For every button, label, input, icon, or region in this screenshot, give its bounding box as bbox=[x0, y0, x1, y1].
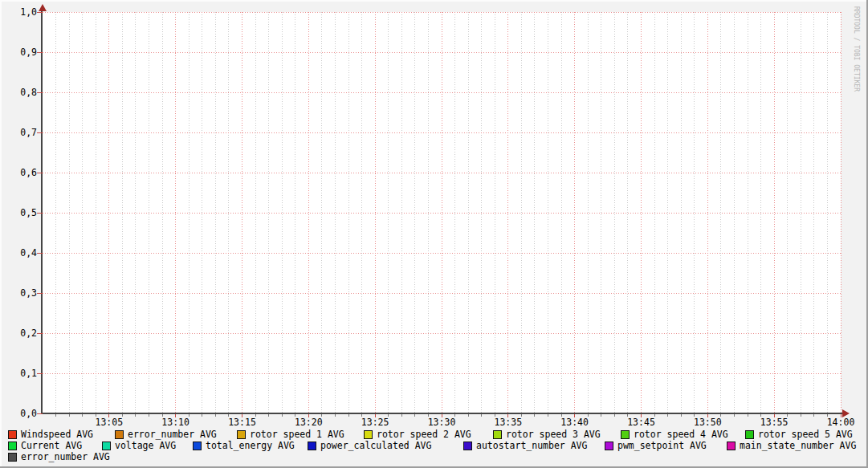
legend-item: main_state_number AVG bbox=[727, 441, 856, 450]
legend-label: rotor speed 1 AVG bbox=[250, 429, 344, 439]
legend-label: rotor speed 4 AVG bbox=[634, 429, 728, 439]
y-tick-label: 0,1 bbox=[0, 368, 37, 378]
legend-swatch bbox=[463, 442, 472, 450]
legend-swatch bbox=[8, 442, 17, 450]
x-tick-minor bbox=[335, 414, 336, 417]
x-tick-minor bbox=[69, 414, 70, 417]
legend-swatch bbox=[727, 442, 736, 450]
x-tick-label: 14:00 bbox=[827, 417, 855, 427]
grid-hline-major bbox=[43, 52, 841, 53]
legend-item: Current AVG bbox=[8, 441, 82, 450]
y-tick-major bbox=[37, 413, 43, 414]
y-tick-label: 0,3 bbox=[0, 288, 37, 298]
y-tick-label: 0,2 bbox=[0, 328, 37, 338]
x-tick-label: 13:05 bbox=[96, 417, 124, 427]
legend-item: Windspeed AVG bbox=[8, 429, 93, 439]
x-tick-minor bbox=[748, 414, 748, 417]
y-tick-major bbox=[37, 373, 43, 374]
y-tick-label: 1,0 bbox=[0, 7, 37, 17]
grid-hline-major bbox=[43, 333, 841, 334]
legend-item: pwm_setpoint AVG bbox=[605, 441, 707, 450]
x-tick-minor bbox=[681, 414, 682, 417]
grid-hline-major bbox=[43, 132, 841, 133]
legend-label: pwm_setpoint AVG bbox=[617, 441, 707, 450]
legend-item: rotor speed 2 AVG bbox=[364, 429, 471, 439]
grid-hline-major bbox=[43, 173, 841, 173]
y-axis-arrow-icon bbox=[39, 4, 47, 11]
x-tick-minor bbox=[601, 414, 601, 417]
y-tick-major bbox=[37, 253, 43, 254]
legend-swatch bbox=[605, 442, 613, 450]
x-tick-minor bbox=[55, 414, 56, 417]
legend-swatch bbox=[364, 430, 373, 439]
x-tick-minor bbox=[481, 414, 482, 417]
x-tick-minor bbox=[135, 414, 136, 417]
x-tick-minor bbox=[282, 414, 283, 417]
legend-label: error_number AVG bbox=[21, 452, 110, 462]
grid-hline-major bbox=[43, 373, 841, 374]
x-tick-label: 13:30 bbox=[428, 417, 456, 427]
x-tick-minor bbox=[202, 414, 202, 417]
legend-swatch bbox=[115, 430, 124, 439]
x-tick-label: 13:35 bbox=[495, 417, 523, 427]
legend-swatch bbox=[102, 442, 111, 450]
y-tick-label: 0,6 bbox=[0, 168, 37, 177]
x-tick-label: 13:40 bbox=[560, 417, 589, 427]
y-tick-major bbox=[37, 52, 43, 53]
x-tick-minor bbox=[149, 414, 149, 417]
x-tick-minor bbox=[268, 414, 269, 417]
y-tick-major bbox=[37, 333, 43, 334]
x-tick-label: 13:20 bbox=[295, 417, 323, 427]
x-tick-minor bbox=[667, 414, 668, 417]
y-tick-label: 0,7 bbox=[0, 128, 37, 137]
grid-hline-major bbox=[43, 12, 841, 13]
legend-label: voltage AVG bbox=[115, 441, 176, 450]
plot-area bbox=[43, 12, 841, 413]
y-tick-label: 0,5 bbox=[0, 208, 37, 218]
legend-item: voltage AVG bbox=[102, 441, 176, 450]
x-tick-label: 13:25 bbox=[361, 417, 389, 427]
y-tick-major bbox=[37, 12, 43, 13]
x-tick-label: 13:10 bbox=[161, 417, 189, 427]
legend-swatch bbox=[8, 453, 17, 462]
y-tick-major bbox=[37, 173, 43, 173]
legend-item: error_number AVG bbox=[8, 452, 110, 462]
legend-label: Current AVG bbox=[21, 441, 82, 450]
legend-swatch bbox=[308, 442, 316, 450]
legend-swatch bbox=[8, 430, 17, 439]
legend-item: rotor speed 3 AVG bbox=[493, 429, 601, 439]
grid-hline-major bbox=[43, 293, 841, 294]
legend-swatch bbox=[237, 430, 246, 439]
x-tick-minor bbox=[734, 414, 735, 417]
x-tick-label: 13:45 bbox=[627, 417, 655, 427]
legend-item: total_energy AVG bbox=[193, 441, 295, 450]
legend-label: power_calculated AVG bbox=[320, 441, 431, 450]
legend-swatch bbox=[745, 430, 754, 439]
legend-label: rotor speed 2 AVG bbox=[377, 429, 471, 439]
image-border-top bbox=[0, 0, 868, 2]
legend-item: autostart_number AVG bbox=[463, 441, 587, 450]
y-tick-major bbox=[37, 293, 43, 294]
y-tick-label: 0,0 bbox=[0, 409, 37, 418]
x-tick-label: 13:15 bbox=[228, 417, 256, 427]
rrdtool-graph: RRDTOOL / TOBI OETIKER Windspeed AVG err… bbox=[0, 0, 868, 468]
y-tick-major bbox=[37, 92, 43, 93]
legend-label: main_state_number AVG bbox=[740, 441, 856, 450]
legend-swatch bbox=[193, 442, 202, 450]
x-tick-label: 13:50 bbox=[694, 417, 722, 427]
x-tick-minor bbox=[534, 414, 535, 417]
watermark: RRDTOOL / TOBI OETIKER bbox=[853, 6, 860, 92]
x-tick-minor bbox=[801, 414, 801, 417]
legend-label: Windspeed AVG bbox=[21, 429, 93, 439]
grid-hline-major bbox=[43, 213, 841, 214]
x-tick-minor bbox=[414, 414, 415, 417]
x-tick-label: 13:55 bbox=[760, 417, 789, 427]
grid-hline-major bbox=[43, 92, 841, 93]
y-tick-major bbox=[37, 213, 43, 214]
y-tick-label: 0,9 bbox=[0, 47, 37, 57]
legend-label: error_number AVG bbox=[128, 429, 217, 439]
legend-item: power_calculated AVG bbox=[308, 441, 431, 450]
y-tick-label: 0,4 bbox=[0, 248, 37, 258]
legend-label: autostart_number AVG bbox=[476, 441, 587, 450]
x-tick-minor bbox=[215, 414, 216, 417]
